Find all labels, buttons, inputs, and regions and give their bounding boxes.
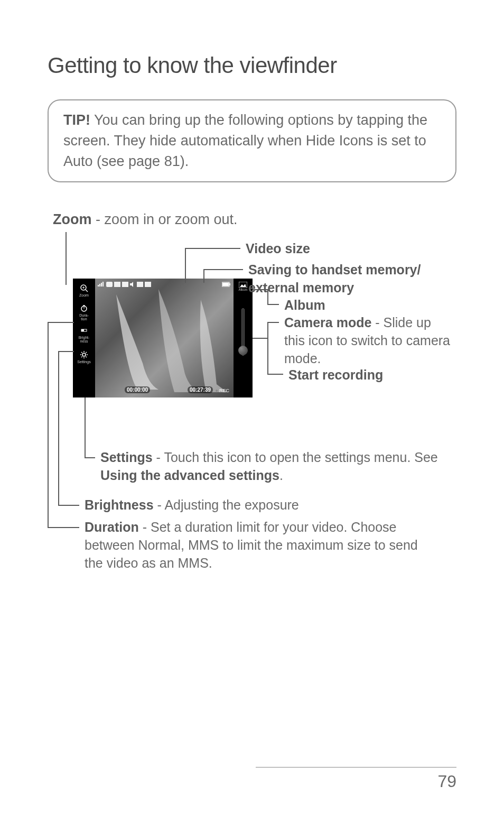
settings-callout: Settings - Touch this icon to open the s… xyxy=(100,449,438,485)
svg-marker-18 xyxy=(130,282,133,287)
flower-graphic xyxy=(95,279,234,397)
signal-icon xyxy=(97,282,105,287)
status-indicator-icon xyxy=(114,282,120,287)
tip-box: TIP! You can bring up the following opti… xyxy=(48,99,456,182)
callout-line xyxy=(58,505,79,506)
duration-callout: Duration - Set a duration limit for your… xyxy=(85,519,433,572)
page-number: 79 xyxy=(256,767,456,791)
start-recording-callout: Start recording xyxy=(288,366,383,384)
duration-icon-label: Dura- tion xyxy=(79,313,89,321)
status-indicator-icon xyxy=(137,282,143,287)
viewfinder-screenshot: Zoom Dura- tion Bright- ness Settings xyxy=(73,279,253,397)
svg-line-16 xyxy=(81,356,82,357)
brightness-icon[interactable]: Bright- ness xyxy=(77,326,91,343)
zoom-callout: Zoom - zoom in or zoom out. xyxy=(53,211,456,228)
battery-icon xyxy=(222,282,231,287)
time-elapsed: 00:00:00 xyxy=(125,386,150,393)
video-size-callout: Video size xyxy=(246,240,310,258)
zoom-icon-label: Zoom xyxy=(79,293,89,297)
callout-line xyxy=(85,457,95,458)
svg-rect-20 xyxy=(229,283,230,285)
tip-text: You can bring up the following options b… xyxy=(63,112,427,169)
svg-rect-8 xyxy=(81,329,84,331)
svg-line-1 xyxy=(86,290,88,292)
callout-line xyxy=(203,269,243,270)
tip-label: TIP! xyxy=(63,112,90,128)
callout-line xyxy=(253,338,268,339)
callout-line xyxy=(267,289,268,305)
callout-line xyxy=(66,232,67,285)
status-indicator-icon xyxy=(145,282,151,287)
callout-line xyxy=(48,322,49,528)
rec-indicator: REC xyxy=(216,388,229,393)
camera-mode-callout: Camera mode - Slide up this icon to swit… xyxy=(284,314,453,367)
status-indicator-icon xyxy=(122,282,128,287)
svg-point-9 xyxy=(82,353,86,356)
settings-icon-label: Settings xyxy=(77,360,90,364)
status-bar xyxy=(95,280,234,289)
callout-line xyxy=(267,322,268,375)
svg-rect-21 xyxy=(222,283,229,286)
brightness-icon-label: Bright- ness xyxy=(79,336,90,343)
zoom-label: Zoom xyxy=(53,211,92,227)
callout-line xyxy=(203,269,204,283)
page-title: Getting to know the viewfinder xyxy=(48,53,456,78)
svg-line-14 xyxy=(81,352,82,353)
mode-slider[interactable] xyxy=(241,308,245,356)
callout-line xyxy=(185,248,186,283)
svg-marker-23 xyxy=(240,284,246,287)
album-icon-label: Album xyxy=(238,288,247,291)
zoom-text: - zoom in or zoom out. xyxy=(92,211,238,227)
brightness-callout: Brightness - Adjusting the exposure xyxy=(85,496,423,514)
album-callout: Album xyxy=(284,297,325,315)
callout-line xyxy=(58,351,74,352)
viewfinder-left-sidebar: Zoom Dura- tion Bright- ness Settings xyxy=(73,279,95,397)
callout-line xyxy=(267,322,279,323)
callout-line xyxy=(85,397,86,458)
callout-line xyxy=(48,527,79,528)
callout-line xyxy=(48,322,74,323)
svg-line-17 xyxy=(86,352,87,353)
callout-line xyxy=(185,248,240,249)
svg-rect-22 xyxy=(239,282,247,288)
viewfinder-main: 00:00:00 00:27:39 REC xyxy=(95,279,234,397)
settings-icon[interactable]: Settings xyxy=(77,348,91,365)
callout-line xyxy=(253,289,268,290)
saving-callout: Saving to handset memory/ external memor… xyxy=(248,261,444,297)
duration-icon[interactable]: Dura- tion xyxy=(77,304,91,321)
album-icon[interactable]: Album xyxy=(238,282,248,294)
svg-line-15 xyxy=(86,356,87,357)
diagram-area: Zoom Dura- tion Bright- ness Settings xyxy=(48,232,456,570)
time-remaining: 00:27:39 xyxy=(188,386,213,393)
status-indicator-icon xyxy=(106,282,113,287)
callout-line xyxy=(58,351,59,506)
zoom-icon[interactable]: Zoom xyxy=(77,282,91,299)
callout-line xyxy=(267,374,283,375)
slider-ball-icon[interactable] xyxy=(238,346,248,355)
sound-icon xyxy=(130,282,135,287)
callout-line xyxy=(267,304,279,305)
